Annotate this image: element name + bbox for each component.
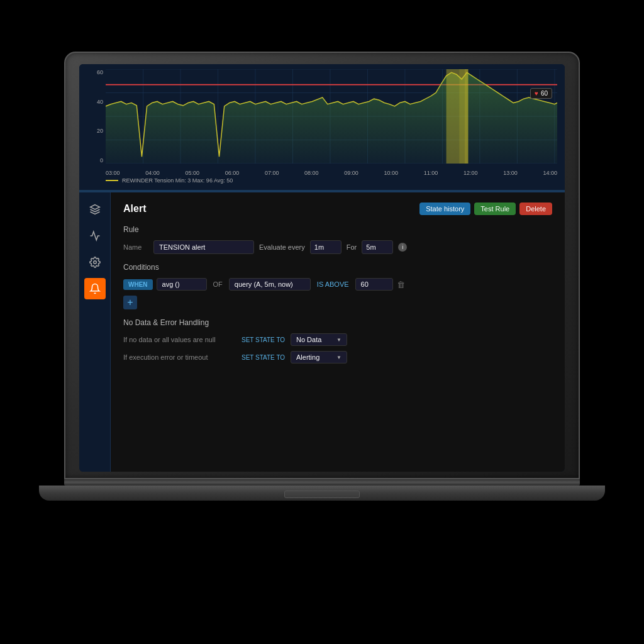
x-axis: 03:00 04:00 05:00 06:00 07:00 08:00 09:0… [106, 170, 557, 176]
laptop-hinge [64, 479, 580, 486]
chevron-down-icon-2: ▼ [336, 355, 341, 360]
info-icon: i [398, 243, 407, 252]
conditions-section: Conditions WHEN OF IS ABOVE 🗑 + [123, 263, 552, 309]
svg-rect-20 [459, 69, 464, 164]
delete-condition-icon[interactable]: 🗑 [397, 280, 405, 289]
svg-rect-21 [464, 69, 468, 164]
chart-plot: ♥ 60 [106, 69, 557, 164]
svg-rect-19 [447, 69, 460, 164]
y-axis: 60 40 20 0 [87, 69, 106, 164]
is-above-tag: IS ABOVE [314, 279, 352, 290]
for-value-input[interactable] [362, 240, 393, 254]
avg-input[interactable] [157, 278, 207, 291]
alert-title: Alert [123, 203, 146, 214]
sidebar [79, 192, 111, 472]
set-state-label-1: SET STATE TO [242, 336, 286, 343]
no-data-label-2: If execution error or timeout [123, 353, 236, 361]
rule-name-input[interactable] [153, 240, 254, 254]
x-label-7: 10:00 [384, 170, 399, 176]
error-select-value: Alerting [296, 353, 319, 361]
x-label-10: 13:00 [503, 170, 518, 176]
add-condition-button[interactable]: + [123, 296, 137, 309]
condition-row: WHEN OF IS ABOVE 🗑 [123, 278, 552, 291]
alert-panel: Alert State history Test Rule Delete Rul… [111, 192, 565, 472]
no-data-row-2: If execution error or timeout SET STATE … [123, 351, 552, 364]
main-content: Alert State history Test Rule Delete Rul… [79, 192, 565, 472]
svg-point-23 [93, 261, 96, 264]
sidebar-icon-layers[interactable] [84, 199, 106, 220]
x-label-9: 12:00 [464, 170, 478, 176]
query-input[interactable] [229, 278, 311, 291]
x-label-3: 06:00 [225, 170, 240, 176]
conditions-section-label: Conditions [123, 263, 552, 272]
x-label-11: 14:00 [543, 170, 557, 176]
rule-section: Rule Name Evaluate every For i [123, 225, 552, 254]
no-data-select-value: No Data [296, 336, 321, 343]
delete-button[interactable]: Delete [519, 203, 552, 215]
threshold-value: 60 [541, 90, 548, 97]
y-label-40: 40 [87, 99, 103, 105]
chevron-down-icon: ▼ [336, 337, 341, 343]
laptop-base [39, 486, 605, 501]
no-data-label-1: If no data or all values are null [123, 336, 236, 343]
chart-legend: REWINDER Tension Min: 3 Max: 96 Avg: 50 [87, 176, 557, 185]
y-label-0: 0 [87, 157, 103, 164]
evaluate-label: Evaluate every [259, 243, 305, 251]
x-label-1: 04:00 [145, 170, 160, 176]
for-label: For [347, 243, 357, 251]
error-select[interactable]: Alerting ▼ [291, 351, 347, 364]
trackpad [284, 491, 360, 498]
x-label-5: 08:00 [304, 170, 319, 176]
threshold-input[interactable] [355, 278, 393, 291]
evaluate-value-input[interactable] [310, 240, 341, 254]
no-data-row-1: If no data or all values are null SET ST… [123, 333, 552, 346]
svg-marker-18 [106, 72, 557, 164]
screen-bezel: 60 40 20 0 [64, 52, 580, 479]
screen: 60 40 20 0 [79, 64, 565, 472]
when-tag: WHEN [123, 279, 153, 290]
x-label-0: 03:00 [106, 170, 120, 176]
test-rule-button[interactable]: Test Rule [474, 203, 516, 215]
svg-marker-22 [90, 205, 99, 210]
chart-section: 60 40 20 0 [79, 64, 565, 190]
no-data-section: No Data & Error Handling If no data or a… [123, 318, 552, 364]
of-tag: OF [211, 279, 225, 290]
laptop-container: 60 40 20 0 [64, 52, 580, 592]
legend-line [106, 180, 118, 181]
set-state-label-2: SET STATE TO [242, 354, 286, 361]
sidebar-icon-bell[interactable] [84, 278, 106, 299]
sidebar-icon-chart[interactable] [84, 225, 106, 247]
rule-section-label: Rule [123, 225, 552, 234]
state-history-button[interactable]: State history [419, 203, 470, 215]
x-label-8: 11:00 [424, 170, 438, 176]
chart-container: 60 40 20 0 [87, 69, 557, 176]
y-label-60: 60 [87, 69, 103, 75]
chart-svg [106, 69, 557, 164]
x-label-2: 05:00 [185, 170, 199, 176]
alert-header: Alert State history Test Rule Delete [123, 203, 552, 215]
x-label-6: 09:00 [344, 170, 358, 176]
value-badge: ♥ 60 [530, 88, 552, 99]
name-label: Name [123, 243, 148, 251]
rule-row: Name Evaluate every For i [123, 240, 552, 254]
header-buttons: State history Test Rule Delete [419, 203, 552, 215]
heart-icon: ♥ [535, 90, 538, 97]
y-label-20: 20 [87, 128, 103, 134]
no-data-section-label: No Data & Error Handling [123, 318, 552, 327]
x-label-4: 07:00 [265, 170, 279, 176]
sidebar-icon-gear[interactable] [84, 252, 106, 273]
no-data-select[interactable]: No Data ▼ [291, 333, 347, 346]
legend-text: REWINDER Tension Min: 3 Max: 96 Avg: 50 [122, 177, 233, 184]
